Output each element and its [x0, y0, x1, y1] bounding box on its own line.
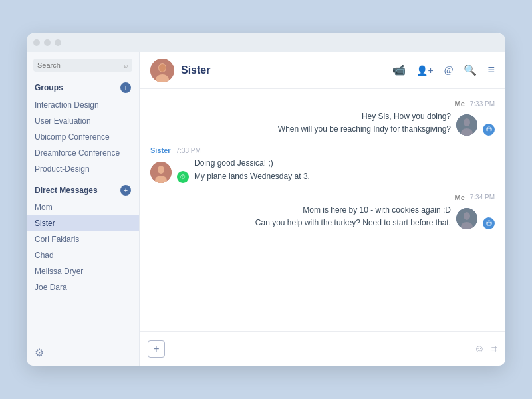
groups-label: Groups — [35, 83, 63, 92]
message-content-3: Mom is here by 10 - with cookies again :… — [255, 204, 451, 229]
message-group-2: Sister 7:33 PM ✆ Doi — [150, 146, 495, 182]
sidebar-item-sister[interactable]: Sister — [27, 215, 139, 231]
sidebar-item-mom[interactable]: Mom — [27, 200, 139, 215]
sidebar-item-cori[interactable]: Cori Faklaris — [27, 231, 139, 247]
message-time-3: 7:34 PM — [470, 194, 495, 201]
message-bubble-wrap-2: ✆ Doing good Jessica! ;) My plane lands … — [150, 157, 310, 182]
my-avatar-3 — [456, 208, 477, 229]
contact-avatar — [150, 59, 174, 82]
svg-point-5 — [464, 118, 470, 126]
message-meta-3: 7:34 PM Me — [454, 194, 495, 201]
my-avatar-1 — [456, 114, 477, 136]
message-input[interactable] — [172, 344, 467, 354]
message-meta-1: 7:33 PM Me — [454, 100, 495, 108]
dm-section-header: Direct Messages + — [27, 182, 139, 198]
video-call-icon[interactable]: 📹 — [392, 64, 406, 76]
add-group-button[interactable]: + — [120, 82, 131, 93]
sidebar-item-dreamforce[interactable]: Dreamforce Conference — [27, 145, 139, 161]
sister-avatar-2 — [150, 162, 172, 183]
message-sender-1: Me — [454, 100, 464, 108]
message-group-1: 7:33 PM Me ⓜ Hey Sis — [150, 100, 495, 136]
sidebar-item-product-design[interactable]: Product-Design — [27, 161, 139, 177]
sidebar-item-user-evaluation[interactable]: User Evaluation — [27, 113, 139, 129]
search-input[interactable] — [37, 61, 121, 69]
input-right-icons: ☺ ⌗ — [474, 343, 497, 355]
sidebar-item-ubicomp[interactable]: Ubicomp Conference — [27, 129, 139, 145]
titlebar — [27, 33, 505, 52]
window-dot-3 — [55, 39, 61, 46]
message-sender-3: Me — [454, 194, 464, 201]
contact-name: Sister — [181, 65, 386, 76]
message-time-1: 7:33 PM — [470, 100, 495, 108]
message-sender-2: Sister — [150, 146, 171, 154]
message-group-3: 7:34 PM Me ⓜ Mom is — [150, 194, 495, 229]
svg-point-11 — [464, 212, 470, 220]
app-window: ⌕ Groups + Interaction Design User Evalu… — [27, 33, 505, 366]
svg-point-3 — [159, 64, 166, 72]
messenger-icon-3: ⓜ — [483, 217, 495, 229]
sidebar-item-interaction-design[interactable]: Interaction Design — [27, 97, 139, 113]
message-time-2: 7:33 PM — [176, 147, 201, 154]
chat-header: Sister 📹 👤+ @ 🔍 ≡ — [140, 52, 505, 89]
messenger-icon-1: ⓜ — [483, 124, 495, 136]
message-bubble-wrap-1: ⓜ Hey Sis, How you doing? When will you … — [278, 110, 495, 136]
tag-icon[interactable]: ⌗ — [491, 343, 497, 355]
chat-input-area: + ☺ ⌗ — [140, 331, 505, 366]
search-bar[interactable]: ⌕ — [33, 59, 132, 72]
message-meta-2: Sister 7:33 PM — [150, 146, 201, 154]
message-text-1a: Hey Sis, How you doing? — [278, 110, 451, 123]
message-text-2b: My plane lands Wednesday at 3. — [194, 170, 310, 183]
whatsapp-icon-2: ✆ — [177, 171, 189, 183]
emoji-icon[interactable]: ☺ — [474, 343, 485, 355]
message-text-1b: When will you be reaching Indy for thank… — [278, 123, 451, 136]
message-text-3a: Mom is here by 10 - with cookies again :… — [255, 204, 451, 217]
window-dot-2 — [44, 39, 51, 46]
sidebar-item-chad[interactable]: Chad — [27, 247, 139, 263]
message-text-2a: Doing good Jessica! ;) — [194, 157, 310, 170]
window-dot-1 — [33, 39, 40, 46]
messages-list: 7:33 PM Me ⓜ Hey Sis — [140, 89, 505, 331]
sidebar: ⌕ Groups + Interaction Design User Evalu… — [27, 52, 140, 366]
attach-button[interactable]: + — [148, 340, 165, 358]
message-text-3b: Can you help with the turkey? Need to st… — [255, 217, 451, 229]
svg-point-8 — [158, 166, 164, 174]
settings-button[interactable]: ⚙ — [35, 346, 44, 359]
sidebar-item-joe[interactable]: Joe Dara — [27, 279, 139, 295]
sidebar-item-melissa[interactable]: Melissa Dryer — [27, 263, 139, 279]
header-actions: 📹 👤+ @ 🔍 ≡ — [392, 63, 495, 77]
avatar-initials — [150, 59, 174, 82]
add-member-icon[interactable]: 👤+ — [416, 65, 433, 76]
message-content-1: Hey Sis, How you doing? When will you be… — [278, 110, 451, 136]
mention-icon[interactable]: @ — [444, 65, 454, 76]
chat-area: Sister 📹 👤+ @ 🔍 ≡ 7:33 PM Me — [140, 52, 505, 366]
search-chat-icon[interactable]: 🔍 — [464, 64, 477, 76]
groups-section-header: Groups + — [27, 80, 139, 96]
message-content-2: Doing good Jessica! ;) My plane lands We… — [194, 157, 310, 182]
menu-icon[interactable]: ≡ — [487, 63, 495, 77]
message-bubble-wrap-3: ⓜ Mom is here by 10 - with cookies again… — [255, 204, 495, 229]
search-icon: ⌕ — [124, 61, 128, 69]
dm-label: Direct Messages — [35, 186, 98, 195]
add-dm-button[interactable]: + — [120, 185, 131, 196]
app-body: ⌕ Groups + Interaction Design User Evalu… — [27, 52, 505, 366]
